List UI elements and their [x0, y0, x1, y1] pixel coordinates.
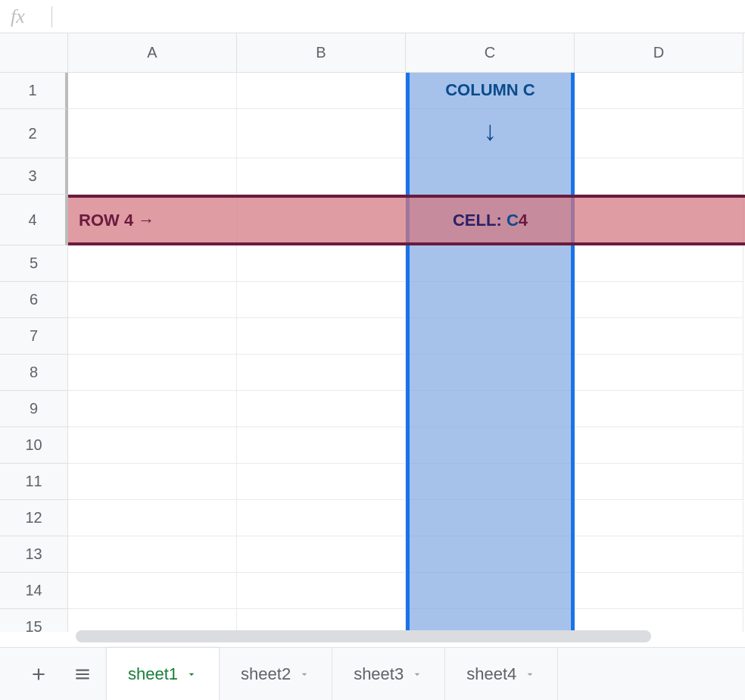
cell-C12[interactable]: [406, 500, 575, 536]
cell-D8[interactable]: [575, 355, 743, 391]
row-header-9[interactable]: 9: [0, 391, 68, 427]
column-header-C[interactable]: C: [406, 33, 575, 73]
cell-A3[interactable]: [68, 158, 237, 195]
cell-D9[interactable]: [575, 391, 743, 427]
cell-C9[interactable]: [406, 391, 575, 427]
cell-D4[interactable]: [575, 195, 743, 245]
cell-B12[interactable]: [237, 500, 406, 536]
cell-B3[interactable]: [237, 158, 406, 195]
cell-D11[interactable]: [575, 464, 743, 500]
cell-D2[interactable]: [575, 109, 743, 158]
row-header-11[interactable]: 11: [0, 464, 68, 500]
sheet-tab-sheet3[interactable]: sheet3: [332, 648, 445, 700]
cell-C13[interactable]: [406, 536, 575, 573]
cell-A12[interactable]: [68, 500, 237, 536]
cell-C14[interactable]: [406, 573, 575, 609]
cell-B1[interactable]: [237, 73, 406, 109]
sheet-tab-sheet2[interactable]: sheet2: [220, 648, 332, 700]
column-header-A[interactable]: A: [68, 33, 237, 73]
row-header-6[interactable]: 6: [0, 282, 68, 318]
cell-B14[interactable]: [237, 573, 406, 609]
cell-B5[interactable]: [237, 245, 406, 282]
row-4-label: ROW 4 →: [79, 211, 154, 230]
cell-D14[interactable]: [575, 573, 743, 609]
cell-A8[interactable]: [68, 355, 237, 391]
cell-D12[interactable]: [575, 500, 743, 536]
cell-C5[interactable]: [406, 245, 575, 282]
cell-D15[interactable]: [575, 609, 743, 632]
horizontal-scrollbar-thumb[interactable]: [76, 630, 651, 642]
plus-icon: [29, 664, 48, 684]
cell-label-col: C: [507, 211, 519, 230]
row-header-4[interactable]: 4: [0, 195, 68, 245]
cell-A5[interactable]: [68, 245, 237, 282]
cell-B8[interactable]: [237, 355, 406, 391]
cell-C8[interactable]: [406, 355, 575, 391]
sheet-tab-dropdown-icon[interactable]: [411, 668, 423, 680]
cell-B2[interactable]: [237, 109, 406, 158]
cell-D5[interactable]: [575, 245, 743, 282]
sheet-tab-sheet1[interactable]: sheet1: [106, 648, 220, 700]
sheet-tab-sheet4[interactable]: sheet4: [445, 648, 558, 700]
row-header-7[interactable]: 7: [0, 318, 68, 355]
cell-D3[interactable]: [575, 158, 743, 195]
cell-A9[interactable]: [68, 391, 237, 427]
cell-B10[interactable]: [237, 427, 406, 464]
row-header-2[interactable]: 2: [0, 109, 68, 158]
cell-A13[interactable]: [68, 536, 237, 573]
row-header-12[interactable]: 12: [0, 500, 68, 536]
cell-C10[interactable]: [406, 427, 575, 464]
cell-D13[interactable]: [575, 536, 743, 573]
row-header-1[interactable]: 1: [0, 73, 68, 109]
sheet-tab-dropdown-icon[interactable]: [185, 668, 198, 680]
all-sheets-button[interactable]: [62, 654, 103, 695]
cell-B13[interactable]: [237, 536, 406, 573]
row-header-8[interactable]: 8: [0, 355, 68, 391]
row-header-3[interactable]: 3: [0, 158, 68, 195]
cell-C11[interactable]: [406, 464, 575, 500]
cell-A6[interactable]: [68, 282, 237, 318]
select-all-corner[interactable]: [0, 33, 68, 73]
horizontal-scrollbar[interactable]: [76, 630, 730, 642]
cell-C3[interactable]: [406, 158, 575, 195]
cell-D7[interactable]: [575, 318, 743, 355]
cell-B6[interactable]: [237, 282, 406, 318]
cell-C15[interactable]: [406, 609, 575, 632]
column-header-D[interactable]: D: [575, 33, 743, 73]
cell-B7[interactable]: [237, 318, 406, 355]
fx-label: fx: [11, 5, 51, 28]
down-arrow-icon: ↓: [406, 115, 575, 147]
sheet-tab-label: sheet4: [466, 664, 516, 684]
cell-B11[interactable]: [237, 464, 406, 500]
cell-D6[interactable]: [575, 282, 743, 318]
cell-A11[interactable]: [68, 464, 237, 500]
sheet-tab-label: sheet1: [128, 664, 178, 684]
cell-A2[interactable]: [68, 109, 237, 158]
cell-D1[interactable]: [575, 73, 743, 109]
cell-D10[interactable]: [575, 427, 743, 464]
cell-A1[interactable]: [68, 73, 237, 109]
cell-C6[interactable]: [406, 282, 575, 318]
row-header-14[interactable]: 14: [0, 573, 68, 609]
formula-bar: fx: [0, 0, 745, 33]
cell-B4[interactable]: [237, 195, 406, 245]
column-header-B[interactable]: B: [237, 33, 406, 73]
sheet-tab-dropdown-icon[interactable]: [298, 668, 310, 680]
row-header-5[interactable]: 5: [0, 245, 68, 282]
sheet-tab-dropdown-icon[interactable]: [524, 668, 536, 680]
cell-A15[interactable]: [68, 609, 237, 632]
cell-B15[interactable]: [237, 609, 406, 632]
cell-A14[interactable]: [68, 573, 237, 609]
row-header-13[interactable]: 13: [0, 536, 68, 573]
cell-A7[interactable]: [68, 318, 237, 355]
cell-label-row: 4: [519, 211, 528, 230]
formula-bar-divider: [51, 6, 52, 27]
formula-input[interactable]: [60, 0, 745, 33]
row-header-15[interactable]: 15: [0, 609, 68, 632]
cell-B9[interactable]: [237, 391, 406, 427]
add-sheet-button[interactable]: [18, 654, 59, 695]
row-header-10[interactable]: 10: [0, 427, 68, 464]
cell-C7[interactable]: [406, 318, 575, 355]
cell-label-prefix: CELL:: [453, 211, 507, 230]
cell-A10[interactable]: [68, 427, 237, 464]
